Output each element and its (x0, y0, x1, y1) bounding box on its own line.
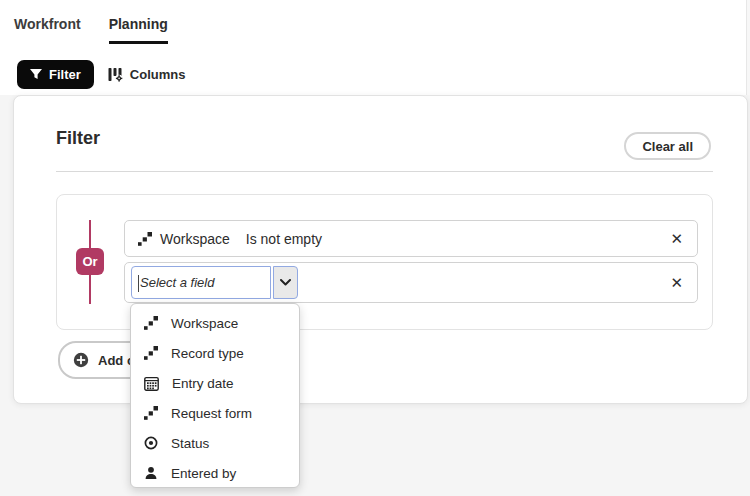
remove-condition-icon[interactable]: ✕ (670, 275, 683, 290)
menu-item-label: Entered by (171, 466, 236, 481)
columns-gear-icon (108, 67, 123, 82)
text-caret (138, 275, 139, 292)
select-field-input[interactable] (132, 267, 270, 298)
filter-panel: Filter Clear all Or Workspace Is not emp… (13, 95, 748, 404)
menu-item-label: Status (171, 436, 209, 451)
picker-chevron-button[interactable] (273, 266, 298, 299)
status-target-icon (144, 436, 158, 450)
menu-item-request-form[interactable]: Request form (131, 398, 299, 428)
record-type-icon (144, 346, 158, 360)
menu-item-entry-date[interactable]: Entry date (131, 368, 299, 398)
person-icon (144, 466, 158, 480)
page: Workfront Planning Filter (0, 0, 750, 496)
field-dropdown-menu: Workspace Record type (130, 303, 300, 488)
menu-item-entered-by[interactable]: Entered by (131, 458, 299, 488)
menu-item-label: Request form (171, 406, 252, 421)
record-type-icon (144, 316, 158, 330)
plus-circle-icon (73, 352, 89, 368)
panel-divider (56, 171, 713, 172)
filter-panel-title: Filter (56, 128, 100, 149)
menu-item-status[interactable]: Status (131, 428, 299, 458)
right-gutter (746, 0, 750, 95)
menu-item-label: Entry date (172, 376, 234, 391)
filter-button-label: Filter (49, 67, 81, 82)
condition-field-label: Workspace (160, 231, 230, 247)
menu-item-label: Workspace (171, 316, 238, 331)
tab-planning[interactable]: Planning (109, 16, 168, 44)
menu-item-record-type[interactable]: Record type (131, 338, 299, 368)
filter-funnel-icon (30, 69, 42, 80)
top-tabs: Workfront Planning (14, 16, 168, 44)
clear-all-button[interactable]: Clear all (624, 132, 711, 160)
columns-button-label: Columns (130, 67, 186, 82)
or-operator-badge[interactable]: Or (76, 248, 104, 275)
condition-row-workspace[interactable]: Workspace Is not empty ✕ (124, 220, 698, 257)
menu-item-label: Record type (171, 346, 244, 361)
remove-condition-icon[interactable]: ✕ (670, 231, 683, 246)
condition-row-new: ✕ (124, 262, 698, 303)
menu-item-workspace[interactable]: Workspace (131, 308, 299, 338)
filter-button[interactable]: Filter (17, 60, 94, 89)
record-type-icon (138, 232, 152, 246)
field-picker (131, 266, 298, 299)
field-picker-input-wrap (131, 266, 271, 299)
chevron-down-icon (280, 279, 291, 286)
record-type-icon (144, 406, 158, 420)
condition-operator-label: Is not empty (246, 231, 322, 247)
tab-workfront[interactable]: Workfront (14, 16, 81, 44)
toolbar: Filter Columns (17, 60, 185, 89)
calendar-icon (144, 376, 159, 391)
columns-button[interactable]: Columns (108, 67, 186, 82)
